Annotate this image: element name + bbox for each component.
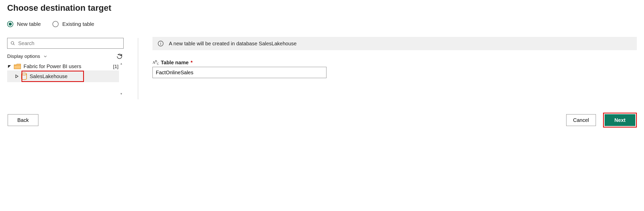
table-mode-radio-group: New table Existing table: [7, 21, 637, 27]
back-button[interactable]: Back: [8, 114, 38, 126]
workspace-name: Fabric for Power BI users: [24, 64, 111, 69]
next-button[interactable]: Next: [605, 114, 635, 126]
page-title: Choose destination target: [7, 3, 637, 13]
info-icon: [158, 40, 164, 47]
expanded-triangle-icon: [8, 65, 11, 68]
vertical-divider: [138, 38, 138, 99]
workspace-item-count: [1]: [113, 64, 118, 69]
search-icon: [10, 41, 15, 46]
required-mark: *: [191, 60, 193, 66]
database-name: SalesLakehouse: [30, 73, 68, 79]
database-icon: [21, 73, 27, 80]
svg-point-7: [160, 42, 161, 43]
database-tree-row[interactable]: SalesLakehouse: [7, 70, 119, 82]
svg-marker-2: [8, 65, 11, 68]
scroll-up-icon[interactable]: ▲: [120, 62, 123, 65]
svg-marker-3: [16, 75, 18, 78]
info-banner: A new table will be created in database …: [152, 37, 637, 50]
search-input-wrapper[interactable]: [7, 38, 124, 49]
existing-table-label: Existing table: [62, 21, 94, 27]
tree-scrollbar[interactable]: ▲ ▼: [119, 62, 124, 95]
svg-point-0: [11, 41, 14, 44]
svg-line-1: [13, 44, 15, 45]
search-input[interactable]: [18, 40, 120, 47]
chevron-down-icon: [43, 54, 47, 58]
text-type-icon: ABC: [152, 59, 159, 66]
display-options-dropdown[interactable]: Display options: [7, 54, 47, 59]
collapsed-triangle-icon: [15, 75, 18, 78]
cancel-button[interactable]: Cancel: [566, 114, 596, 126]
table-name-label: ABC Table name *: [152, 59, 637, 66]
next-button-highlight: Next: [603, 113, 637, 128]
info-message: A new table will be created in database …: [169, 41, 297, 47]
new-table-label: New table: [17, 21, 41, 27]
display-options-label: Display options: [7, 54, 40, 59]
existing-table-radio[interactable]: Existing table: [52, 21, 94, 27]
refresh-button[interactable]: [115, 52, 124, 60]
table-name-input[interactable]: [152, 67, 326, 78]
svg-point-4: [21, 73, 27, 75]
folder-icon: [14, 64, 21, 69]
new-table-radio[interactable]: New table: [7, 21, 41, 27]
scroll-down-icon[interactable]: ▼: [120, 92, 123, 95]
workspace-tree-row[interactable]: Fabric for Power BI users [1]: [7, 62, 119, 70]
dialog-footer: Back Cancel Next: [7, 113, 637, 128]
